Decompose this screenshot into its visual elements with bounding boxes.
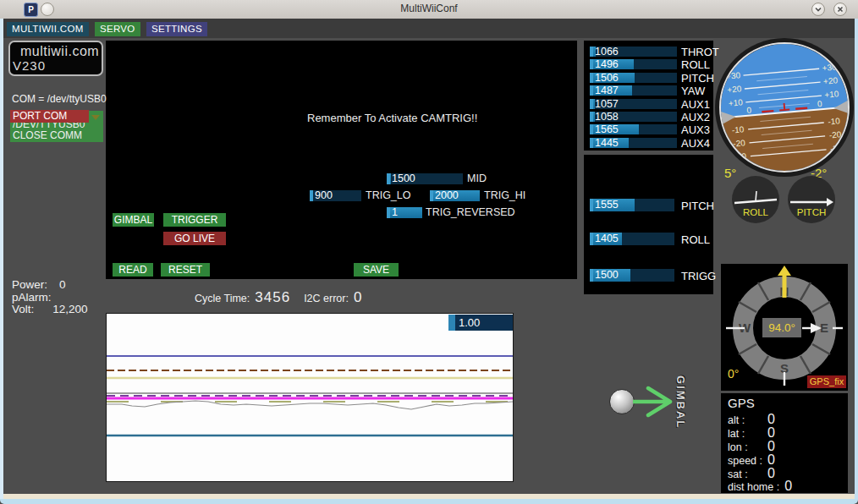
rc-value: 1565 [595, 124, 619, 134]
rc-value: 1496 [595, 59, 619, 69]
slider-trig-lo-label: TRIG_LO [366, 190, 411, 201]
close-button[interactable] [833, 3, 847, 16]
compass-east-label: E [820, 320, 828, 335]
tab-settings[interactable]: SETTINGS [146, 22, 207, 36]
mag-declination-value: 0° [728, 367, 739, 381]
gimbal-arrow-icon [633, 385, 677, 420]
rc-value: 1487 [595, 85, 619, 96]
slider-thumb[interactable] [387, 173, 390, 184]
roll-knob-label: ROLL [743, 207, 769, 217]
servo-value: 1405 [595, 233, 619, 245]
compass-dial: N E S W 94.0° [721, 264, 848, 391]
rc-label-yaw: YAW [681, 85, 705, 97]
rc-label-aux3: AUX3 [681, 123, 710, 136]
slider-trig-reversed[interactable]: 1 [387, 207, 422, 218]
slider-thumb[interactable] [310, 190, 313, 201]
pitch-ladder-label: -10 [828, 116, 841, 126]
gps-lat-label: lat : [728, 428, 767, 440]
volt-value: 12,200 [52, 303, 87, 315]
rc-label-aux4: AUX4 [681, 137, 710, 150]
logo-line1: multiwii.com [20, 44, 102, 59]
slider-trig-reversed-label: TRIG_REVERSED [426, 207, 515, 218]
gps-alt-label: alt : [728, 414, 767, 426]
logo-line2: V230 [13, 58, 102, 73]
slider-mid-label: MID [467, 173, 487, 184]
status-bar: Cycle Time: 3456 I2C error: 0 [195, 289, 362, 306]
pitch-ladder-label: +20 [823, 75, 839, 85]
rc-bar-aux4: 1445 [590, 138, 677, 148]
read-button[interactable]: READ [113, 263, 153, 277]
pitch-ladder-label: +10 [728, 97, 743, 107]
slider-trig-hi[interactable]: 2000 [430, 190, 480, 201]
slider-trig-reversed-value: 1 [392, 207, 398, 218]
window-border-bottom [0, 499, 858, 504]
minimize-button[interactable] [811, 3, 825, 16]
palarm-row: pAlarm: [12, 291, 63, 304]
gps-dist-home-label: dist home : [728, 481, 779, 493]
multiwiiconf-window: P MultiWiiConf MULTIWII.COM SERVO SETTIN… [0, 0, 858, 504]
close-icon [836, 5, 844, 14]
rc-bar-pitch: 1506 [590, 73, 677, 83]
power-row: Power:0 [12, 278, 66, 291]
gps-lon-label: lon : [728, 441, 767, 453]
reset-button[interactable]: RESET [161, 263, 210, 277]
gps-panel: GPS alt :0 lat :0 lon :0 speed :0 sat :0… [721, 393, 848, 493]
compass-panel: N E S W 94.0° 0° GPS_fix [721, 264, 848, 391]
servo-label-roll: ROLL [681, 233, 710, 246]
power-label: Power: [12, 278, 47, 291]
tab-servo[interactable]: SERVO [95, 22, 140, 36]
rc-value: 1066 [595, 47, 619, 57]
graph-scale-slider[interactable]: 1.00 [448, 315, 513, 331]
rc-bar-aux3: 1565 [590, 124, 677, 134]
servo-bar-trigg: 1500 [590, 269, 674, 282]
gimbal-button[interactable]: GIMBAL [113, 213, 154, 227]
trigger-button[interactable]: TRIGGER [163, 213, 226, 227]
servo-outputs-panel: 1555 PITCH 1405 ROLL 1500 TRIGG [584, 155, 713, 294]
slider-mid-value: 1500 [392, 173, 415, 184]
gps-title: GPS [728, 396, 755, 410]
gimbal-mode-label: GIMBAL [674, 375, 687, 429]
slider-thumb[interactable] [448, 315, 455, 331]
servo-bar-roll: 1405 [590, 233, 674, 245]
gimbal-sphere [609, 389, 635, 414]
telemetry-graph: 1.00 [106, 313, 514, 482]
slider-trig-lo-value: 900 [315, 190, 333, 201]
dropdown-arrow-icon[interactable] [91, 115, 100, 120]
pitch-ladder-label: +20 [727, 84, 742, 94]
gps-speed-label: speed : [728, 455, 767, 467]
attitude-indicator: +30 +30 +20 +20 +10 +10 0 0 -10 -10 -20 … [712, 34, 856, 181]
window-border-left [0, 19, 3, 499]
close-comm-button[interactable]: CLOSE COMM [13, 129, 82, 141]
gps-dist-home-value: 0 [784, 479, 792, 494]
com-port-label: COM = /dev/ttyUSB0 [12, 93, 107, 105]
port-com-dropdown[interactable]: PORT COM [10, 110, 89, 123]
rc-value: 1445 [595, 138, 619, 148]
pitch-ladder-label: +10 [824, 89, 839, 99]
rc-bar-throt: 1066 [590, 47, 677, 57]
pitch-knob-label: PITCH [797, 207, 827, 217]
titlebar: P MultiWiiConf [0, 0, 858, 19]
rc-label-aux2: AUX2 [681, 111, 710, 123]
servo-label-trigg: TRIGG [681, 270, 716, 282]
servo-value: 1500 [595, 269, 619, 282]
slider-thumb[interactable] [430, 190, 433, 201]
rc-label-roll: ROLL [681, 58, 710, 71]
slider-thumb[interactable] [387, 207, 390, 218]
tab-multiwii-com[interactable]: MULTIWII.COM [7, 22, 89, 36]
power-value: 0 [59, 278, 66, 291]
rc-bar-roll: 1496 [590, 59, 677, 69]
rc-label-pitch: PITCH [681, 72, 714, 85]
graph-scale-value: 1.00 [459, 315, 480, 331]
pitch-ladder-label: -10 [731, 124, 745, 134]
save-button[interactable]: SAVE [354, 263, 399, 277]
slider-mid[interactable]: 1500 [387, 173, 463, 184]
cycle-time-label: Cycle Time: [195, 293, 250, 304]
go-live-button[interactable]: GO LIVE [163, 232, 226, 245]
servo-bar-pitch: 1555 [590, 199, 674, 211]
i2c-error-label: I2C error: [304, 293, 349, 304]
rc-label-aux1: AUX1 [681, 98, 710, 111]
rc-bar-yaw: 1487 [590, 85, 677, 96]
window-title: MultiWiiConf [0, 3, 858, 14]
slider-trig-lo[interactable]: 900 [310, 190, 361, 201]
chevron-down-icon [814, 5, 822, 14]
